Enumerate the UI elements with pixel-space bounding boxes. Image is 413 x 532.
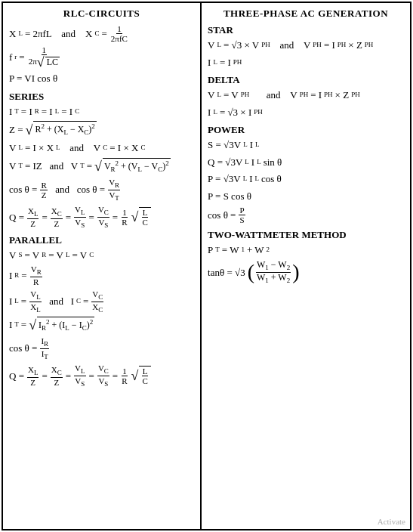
formula-power-q: Q = √3VLIL sin θ [208,155,404,170]
formula-delta-il: IL = √3 × IPH [208,105,404,120]
formula-z: Z = √ R2 + (XL − XC)2 [9,121,194,138]
formula-xl-xc: XL = 2πfL and XC = 1 2πfC [9,24,194,43]
right-title: THREE-PHASE AC GENERATION [208,8,404,20]
formula-star-il: IL = IPH [208,55,404,70]
right-column: THREE-PHASE AC GENERATION STAR VL = √3 ×… [202,3,410,529]
formula-q-parallel: Q = XL Z = XC Z = VL VS = VC VS [9,363,194,388]
formula-cos-series: cos θ = R Z and cos θ = VR VT [9,178,194,203]
formula-pt: PT = W1 + W2 [208,243,404,258]
formula-p-vi: P = VI cos θ [9,71,194,86]
section-star: STAR [208,24,404,36]
section-two-wattmeter: TWO-WATTMETER METHOD [208,229,404,241]
activate-text: Activate [378,517,405,526]
formula-ir-parallel: IR = VR R [9,264,194,286]
formula-il-ic-parallel: IL = VL XL and IC = VC XC [9,289,194,314]
formula-power-cos: cos θ = P S [208,206,404,224]
left-title: RLC-CIRCUITS [9,8,194,20]
formula-power-s: S = √3VLIL [208,138,404,153]
section-parallel: PARALLEL [9,234,194,246]
formula-vt: VT = IZ and VT = √ VR2 + (VL − VC)2 [9,158,194,175]
formula-fr: fr = 1 2π√LC [9,45,194,69]
section-series: SERIES [9,91,194,103]
section-power: POWER [208,124,404,136]
formula-q-series: Q = XL Z = XC Z = VL VS = VC VS [9,205,194,230]
section-delta: DELTA [208,74,404,86]
formula-delta-vl: VL = VPH and VPH = IPH × ZPH [208,88,404,103]
formula-power-p: P = √3VLIL cos θ [208,172,404,187]
formula-vs-parallel: VS = VR = VL = VC [9,248,194,263]
formula-vl-vc: VL = I × XL and VC = I × XC [9,141,194,156]
formula-it-parallel: IT = √ IR2 + (IL − IC)2 [9,317,194,334]
formula-it-series: IT = IR = IL = IC [9,104,194,119]
formula-star-vl: VL = √3 × VPH and VPH = IPH × ZPH [208,38,404,53]
formula-power-p2: P = S cos θ [208,189,404,204]
formula-cos-parallel: cos θ = IR IT [9,336,194,361]
formula-tan: tanθ = √3 ( W1 − W2 W1 + W2 ) [208,260,404,286]
left-column: RLC-CIRCUITS XL = 2πfL and XC = 1 2πfC f… [3,3,202,529]
